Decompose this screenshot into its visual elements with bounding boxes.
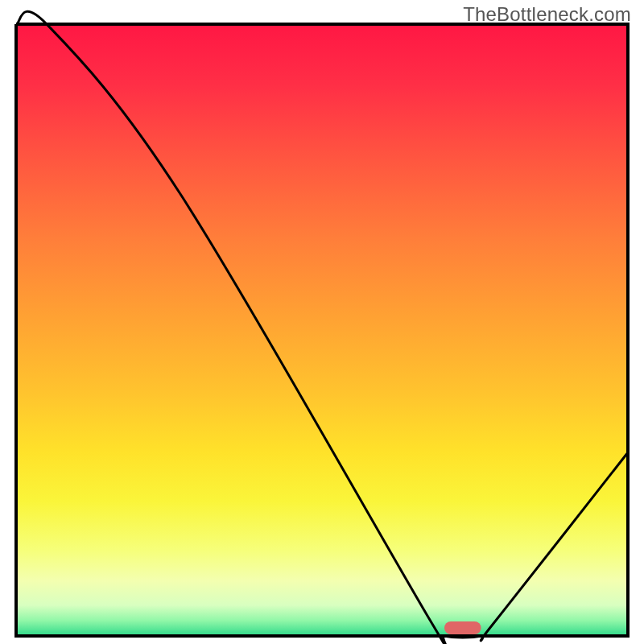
watermark-text: TheBottleneck.com bbox=[463, 3, 631, 26]
bottleneck-chart bbox=[0, 0, 644, 644]
chart-container: { "watermark": "TheBottleneck.com", "cha… bbox=[0, 0, 644, 644]
optimal-marker bbox=[444, 621, 481, 634]
plot-background bbox=[16, 24, 628, 636]
